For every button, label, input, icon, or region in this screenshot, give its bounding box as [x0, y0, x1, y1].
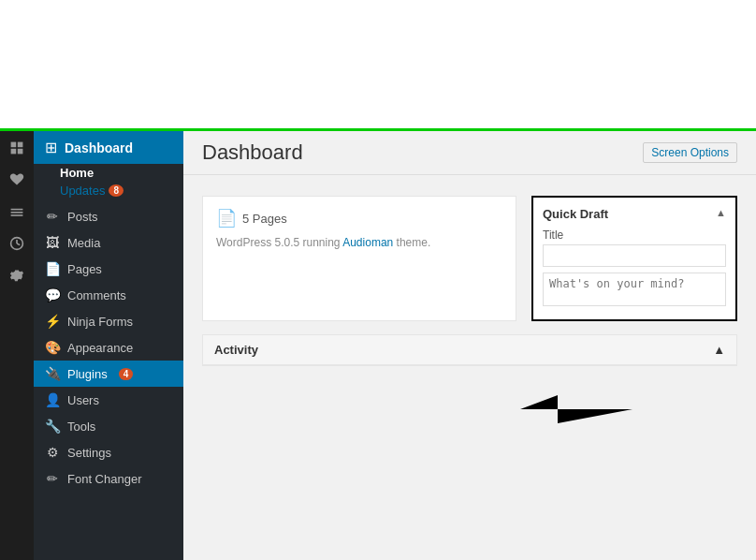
plugins-badge: 4	[119, 368, 134, 380]
quick-draft-header: Quick Draft ▲	[543, 207, 726, 221]
updates-badge: 8	[109, 184, 124, 197]
clock-icon-bar[interactable]	[7, 234, 26, 253]
settings-icon: ⚙	[45, 445, 60, 460]
quick-draft-title-input[interactable]	[543, 244, 726, 267]
quick-draft-body-input[interactable]	[543, 273, 726, 306]
sidebar-item-tools[interactable]: 🔧 Tools	[34, 413, 183, 439]
sidebar-item-media[interactable]: 🖼 Media	[34, 229, 183, 256]
svg-rect-4	[11, 209, 23, 211]
dashboard-label: Dashboard	[65, 140, 133, 155]
main-header: Dashboard Screen Options	[183, 131, 756, 175]
users-icon: 👤	[45, 392, 60, 407]
theme-text: theme.	[397, 236, 431, 249]
dashboard-icon: ⊞	[45, 139, 57, 156]
sidebar-item-pages[interactable]: 📄 Pages	[34, 256, 183, 282]
comments-label: Comments	[67, 288, 126, 302]
sidebar-item-plugins[interactable]: 🔌 Plugins 4	[34, 361, 183, 387]
sidebar-item-posts[interactable]: ✏ Posts	[34, 203, 183, 229]
tools-label: Tools	[67, 420, 95, 434]
sidebar: ⊞ Dashboard Home Updates 8 ✏ Posts 🖼 Med…	[34, 131, 183, 560]
screen-options-button[interactable]: Screen Options	[643, 142, 737, 163]
svg-rect-1	[18, 142, 23, 148]
page-title: Dashboard	[202, 140, 303, 165]
pages-info: 📄 5 Pages	[216, 208, 502, 228]
svg-rect-3	[18, 149, 23, 155]
quick-draft-widget: Quick Draft ▲ Title	[531, 196, 737, 321]
pages-icon-widget: 📄	[216, 208, 237, 228]
gear-icon-bar[interactable]	[7, 266, 26, 285]
sidebar-item-home[interactable]: Home	[34, 164, 183, 182]
sidebar-item-comments[interactable]: 💬 Comments	[34, 282, 183, 308]
wp-info-text: WordPress 5.0.5 running	[216, 236, 341, 249]
pages-label: Pages	[67, 262, 102, 276]
main-content: Dashboard Screen Options 📄 5 Pages WordP…	[183, 131, 756, 560]
comments-icon: 💬	[45, 287, 60, 302]
pages-count: 5 Pages	[242, 212, 287, 226]
appearance-icon: 🎨	[45, 340, 60, 355]
svg-rect-0	[11, 142, 17, 148]
plugins-icon: 🔌	[45, 366, 60, 381]
pages-icon: 📄	[45, 261, 60, 276]
activity-collapse-icon[interactable]: ▲	[713, 343, 725, 357]
users-label: Users	[67, 393, 99, 407]
sidebar-item-settings[interactable]: ⚙ Settings	[34, 439, 183, 465]
quick-draft-collapse[interactable]: ▲	[716, 207, 726, 221]
main-body: 📄 5 Pages WordPress 5.0.5 running Audiom…	[183, 175, 756, 381]
sidebar-item-users[interactable]: 👤 Users	[34, 387, 183, 413]
svg-rect-2	[11, 149, 17, 155]
posts-label: Posts	[67, 210, 98, 224]
svg-marker-11	[520, 395, 632, 423]
quick-draft-title: Quick Draft	[543, 207, 608, 221]
updates-link[interactable]: Updates	[60, 184, 105, 198]
font-changer-label: Font Changer	[67, 472, 142, 486]
browser-top-bar	[0, 0, 756, 131]
font-changer-icon: ✏	[45, 471, 60, 486]
svg-rect-6	[11, 214, 23, 216]
sidebar-item-updates[interactable]: Updates 8	[34, 182, 183, 203]
posts-icon: ✏	[45, 209, 60, 224]
media-label: Media	[67, 236, 100, 250]
wp-info: WordPress 5.0.5 running Audioman theme.	[216, 236, 502, 249]
icon-sidebar	[0, 131, 34, 560]
dashboard-icon-bar[interactable]	[7, 139, 26, 157]
heart-icon-bar[interactable]	[7, 170, 26, 189]
svg-rect-5	[11, 212, 23, 214]
sidebar-item-ninja-forms[interactable]: ⚡ Ninja Forms	[34, 308, 183, 334]
grid-icon-bar[interactable]	[7, 202, 26, 221]
media-icon: 🖼	[45, 235, 60, 250]
settings-label: Settings	[67, 446, 111, 460]
tools-icon: 🔧	[45, 419, 60, 434]
svg-line-9	[17, 243, 20, 245]
activity-label: Activity	[214, 343, 258, 357]
title-field-label: Title	[543, 228, 726, 242]
ninja-forms-icon: ⚡	[45, 314, 60, 329]
sidebar-menu: Home Updates 8 ✏ Posts 🖼 Media 📄 Pages 💬…	[34, 164, 183, 492]
appearance-label: Appearance	[67, 341, 133, 355]
sidebar-item-appearance[interactable]: 🎨 Appearance	[34, 334, 183, 361]
theme-link[interactable]: Audioman	[342, 236, 393, 249]
arrow-annotation	[511, 386, 661, 442]
sidebar-item-font-changer[interactable]: ✏ Font Changer	[34, 465, 183, 492]
dashboard-menu-item[interactable]: ⊞ Dashboard	[34, 131, 183, 164]
ninja-forms-label: Ninja Forms	[67, 315, 133, 329]
activity-section: Activity ▲	[202, 334, 737, 366]
plugins-label: Plugins	[67, 367, 108, 381]
activity-header: Activity ▲	[203, 335, 736, 365]
